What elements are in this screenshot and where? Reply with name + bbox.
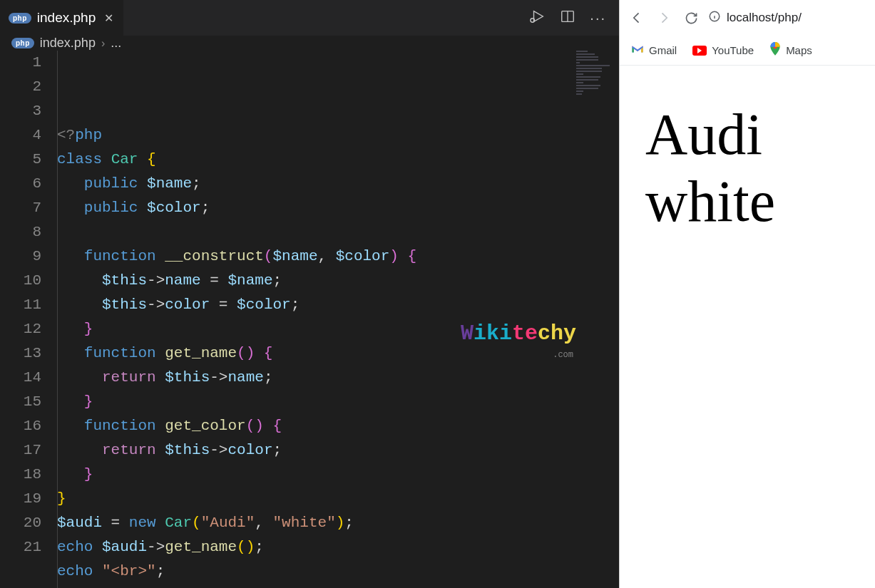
breadcrumb-rest: ... <box>111 36 121 51</box>
url-text: localhost/php/ <box>727 11 802 25</box>
output-line-2: white <box>645 168 872 235</box>
tab-bar: php index.php ✕ ··· <box>0 0 619 36</box>
run-debug-icon[interactable] <box>530 9 546 27</box>
page-output: Audi white <box>620 66 875 588</box>
bookmark-label: Maps <box>786 44 812 56</box>
code-content[interactable]: <?phpclass Car { public $name; public $c… <box>57 51 619 588</box>
tab-active[interactable]: php index.php ✕ <box>0 0 123 36</box>
back-button[interactable] <box>627 8 647 28</box>
gmail-icon <box>631 44 644 56</box>
php-icon: php <box>11 38 34 48</box>
info-icon[interactable] <box>708 10 721 26</box>
breadcrumb-filename: index.php <box>40 36 96 51</box>
output-line-1: Audi <box>645 101 872 168</box>
forward-button[interactable] <box>654 8 674 28</box>
tab-filename: index.php <box>37 10 96 26</box>
bookmark-youtube[interactable]: YouTube <box>692 44 754 56</box>
more-actions-icon[interactable]: ··· <box>590 10 606 26</box>
breadcrumb[interactable]: php index.php › ... <box>0 36 619 51</box>
address-bar: localhost/php/ <box>620 0 875 36</box>
code-area[interactable]: 123456789101112131415161718192021 <?phpc… <box>0 51 619 588</box>
svg-marker-0 <box>534 11 543 22</box>
browser-pane: localhost/php/ Gmail YouTube Maps Audi w… <box>619 0 875 588</box>
split-editor-icon[interactable] <box>560 9 575 27</box>
bookmarks-bar: Gmail YouTube Maps <box>620 36 875 66</box>
bookmark-maps[interactable]: Maps <box>769 42 812 58</box>
youtube-icon <box>692 46 707 56</box>
bookmark-gmail[interactable]: Gmail <box>631 44 677 56</box>
editor-pane: php index.php ✕ ··· php index.php › ... … <box>0 0 619 588</box>
maps-icon <box>769 42 781 58</box>
tab-actions: ··· <box>530 9 619 27</box>
bookmark-label: Gmail <box>649 44 677 56</box>
minimap[interactable] <box>576 51 613 100</box>
close-icon[interactable]: ✕ <box>104 11 113 25</box>
reload-button[interactable] <box>681 8 701 28</box>
url-field[interactable]: localhost/php/ <box>708 10 868 26</box>
line-number-gutter: 123456789101112131415161718192021 <box>0 51 57 588</box>
bookmark-label: YouTube <box>712 44 754 56</box>
chevron-right-icon: › <box>101 37 105 50</box>
php-icon: php <box>9 13 31 24</box>
